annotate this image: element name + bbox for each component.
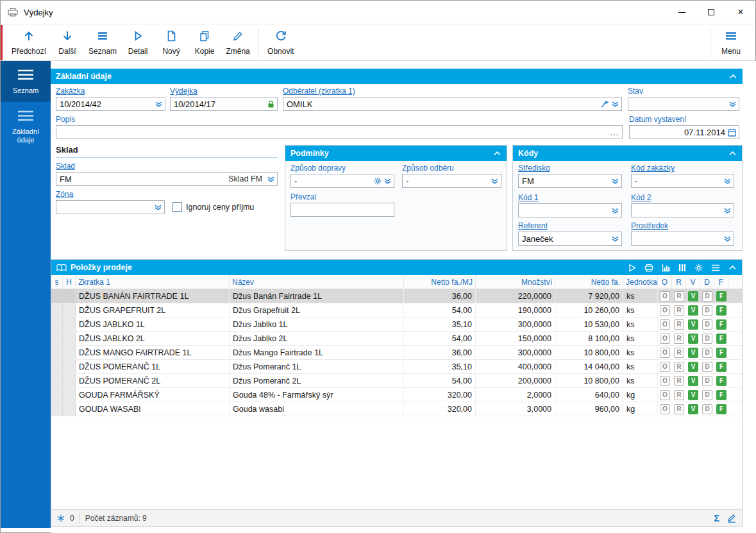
panel-menu-icon[interactable] bbox=[711, 264, 720, 271]
zpusob-odberu-combo[interactable]: - bbox=[402, 174, 501, 188]
collapse-icon[interactable] bbox=[493, 150, 501, 157]
calendar-icon[interactable] bbox=[728, 128, 736, 137]
col-header-netto-mj[interactable]: Netto fa./MJ bbox=[404, 275, 476, 289]
kod-zakazky-label[interactable]: Kód zakázky bbox=[631, 164, 734, 173]
dropdown-icon[interactable] bbox=[384, 178, 391, 184]
dropdown-icon[interactable] bbox=[724, 178, 731, 184]
maximize-button[interactable] bbox=[696, 1, 726, 24]
vydejka-combo[interactable]: 10/2014/17 bbox=[170, 97, 278, 111]
collapse-icon[interactable] bbox=[728, 150, 737, 157]
ignore-prices-checkbox[interactable] bbox=[172, 202, 182, 212]
col-header-zkratka[interactable]: Zkratka 1 bbox=[76, 275, 230, 289]
edit-pencil-icon[interactable] bbox=[727, 514, 736, 523]
gear-icon[interactable] bbox=[374, 177, 382, 185]
refresh-button[interactable]: Obnovit bbox=[263, 27, 298, 58]
datum-input[interactable]: 07.11.2014 bbox=[629, 125, 739, 139]
stredisko-combo[interactable]: FM bbox=[518, 174, 622, 188]
dropdown-icon[interactable] bbox=[155, 205, 162, 210]
zakazka-label[interactable]: Zakázka bbox=[56, 87, 165, 96]
table-row[interactable]: GOUDA FARMÁŘSKÝ Gouda 48% - Farmářský sý… bbox=[51, 388, 742, 402]
zakazka-combo[interactable]: 10/2014/42 bbox=[56, 97, 165, 111]
kod-zakazky-combo[interactable]: - bbox=[631, 174, 734, 188]
col-header-s[interactable]: s bbox=[51, 275, 63, 289]
dropdown-icon[interactable] bbox=[724, 236, 731, 242]
sidebar-item-seznam[interactable]: Seznam bbox=[1, 61, 51, 102]
referent-label[interactable]: Referent bbox=[518, 221, 622, 230]
print-icon[interactable] bbox=[644, 264, 653, 272]
table-row[interactable]: DŽUS POMERANČ 1L Džus Pomeranč 1L 35,10 … bbox=[51, 360, 742, 374]
col-header-h[interactable]: H bbox=[63, 275, 76, 289]
collapse-icon[interactable] bbox=[728, 264, 737, 271]
col-header-o[interactable]: O bbox=[658, 275, 672, 289]
col-header-v[interactable]: V bbox=[686, 275, 700, 289]
col-header-f[interactable]: F bbox=[714, 275, 728, 289]
columns-icon[interactable] bbox=[678, 264, 686, 272]
menu-button[interactable]: Menu bbox=[714, 27, 748, 58]
dropdown-icon[interactable] bbox=[612, 208, 619, 214]
dropdown-icon[interactable] bbox=[155, 101, 162, 107]
dropdown-icon[interactable] bbox=[612, 101, 619, 107]
sum-icon[interactable]: Σ bbox=[714, 513, 719, 523]
zona-label[interactable]: Zóna bbox=[56, 190, 165, 199]
col-header-r[interactable]: R bbox=[672, 275, 686, 289]
col-header-mnozstvi[interactable]: Množství bbox=[476, 275, 555, 289]
vydejka-label[interactable]: Výdejka bbox=[170, 87, 278, 96]
zona-combo[interactable] bbox=[56, 200, 165, 214]
open-link-icon[interactable] bbox=[601, 101, 609, 108]
cell-zkratka: GOUDA WASABI bbox=[76, 402, 230, 416]
sklad-label[interactable]: Sklad bbox=[56, 162, 278, 171]
referent-combo[interactable]: Janeček bbox=[518, 232, 622, 246]
table-row[interactable]: DŽUS BANÁN FAIRTRADE 1L Džus Banán Fairt… bbox=[51, 289, 742, 303]
kod1-label[interactable]: Kód 1 bbox=[518, 193, 622, 202]
dropdown-icon[interactable] bbox=[612, 178, 619, 184]
ellipsis-button[interactable]: … bbox=[610, 129, 619, 135]
dropdown-icon[interactable] bbox=[491, 178, 498, 184]
dropdown-icon[interactable] bbox=[612, 236, 619, 242]
col-header-netto[interactable]: Netto fa. bbox=[555, 275, 623, 289]
dropdown-icon[interactable] bbox=[267, 176, 274, 182]
prevzal-input[interactable] bbox=[290, 203, 394, 217]
kod2-combo[interactable] bbox=[631, 203, 734, 217]
col-header-nazev[interactable]: Název bbox=[230, 275, 404, 289]
table-row[interactable]: GOUDA WASABI Gouda wasabi 320,00 3,0000 … bbox=[51, 402, 742, 416]
collapse-icon[interactable] bbox=[729, 73, 737, 80]
stredisko-label[interactable]: Středisko bbox=[518, 164, 622, 173]
dropdown-icon[interactable] bbox=[724, 208, 731, 214]
dropdown-icon[interactable] bbox=[729, 101, 736, 107]
zpusob-dopravy-combo[interactable]: - bbox=[290, 174, 394, 188]
popis-input[interactable]: … bbox=[56, 125, 623, 139]
table-row[interactable]: DŽUS POMERANČ 2L Džus Pomeranč 2L 54,00 … bbox=[51, 374, 742, 388]
table-row[interactable]: DŽUS GRAPEFRUIT 2L Džus Grapefruit 2L 54… bbox=[51, 303, 742, 317]
col-header-d[interactable]: D bbox=[700, 275, 714, 289]
table-row[interactable]: DŽUS JABLKO 1L Džus Jablko 1L 35,10 300,… bbox=[51, 317, 742, 332]
minimize-button[interactable] bbox=[667, 1, 696, 24]
table-row[interactable]: DŽUS JABLKO 2L Džus Jablko 2L 54,00 150,… bbox=[51, 332, 742, 346]
sklad-combo[interactable]: FM Sklad FM bbox=[56, 172, 278, 186]
kod2-label[interactable]: Kód 2 bbox=[631, 193, 734, 202]
edit-button[interactable]: Změna bbox=[221, 27, 255, 58]
table-row[interactable]: DŽUS MANGO FAIRTRADE 1L Džus Mango Fairt… bbox=[51, 346, 742, 360]
flag-o-cell: O bbox=[658, 332, 672, 345]
settings-gear-icon[interactable] bbox=[694, 264, 703, 272]
odberatel-combo[interactable]: OMILK bbox=[283, 97, 622, 111]
odberatel-label[interactable]: Odběratel (zkratka 1) bbox=[283, 87, 622, 96]
field-datum-vystaveni: Datum vystavení 07.11.2014 bbox=[629, 115, 739, 139]
stav-combo[interactable] bbox=[628, 97, 739, 111]
copy-button[interactable]: Kopie bbox=[188, 27, 221, 58]
previous-button[interactable]: Předchozí bbox=[7, 27, 51, 58]
kod1-combo[interactable] bbox=[518, 203, 622, 217]
chart-icon[interactable] bbox=[662, 264, 670, 272]
run-icon[interactable] bbox=[628, 264, 636, 272]
col-header-jednotka[interactable]: Jednotka bbox=[623, 275, 658, 289]
close-button[interactable]: × bbox=[726, 1, 755, 24]
prostredek-label[interactable]: Prostředek bbox=[631, 221, 734, 230]
new-button[interactable]: Nový bbox=[155, 27, 188, 58]
next-button[interactable]: Další bbox=[51, 27, 84, 58]
kody-panel: Kódy Středisko FM Kód zakázky - bbox=[512, 145, 743, 251]
detail-button[interactable]: Detail bbox=[121, 27, 155, 58]
flag-d-cell: D bbox=[700, 317, 714, 331]
prostredek-combo[interactable] bbox=[631, 232, 734, 246]
list-button[interactable]: Seznam bbox=[84, 27, 121, 58]
items-table-header: Položky prodeje bbox=[51, 260, 742, 275]
sidebar-item-zakladni-udaje[interactable]: Základní údaje bbox=[1, 102, 51, 151]
